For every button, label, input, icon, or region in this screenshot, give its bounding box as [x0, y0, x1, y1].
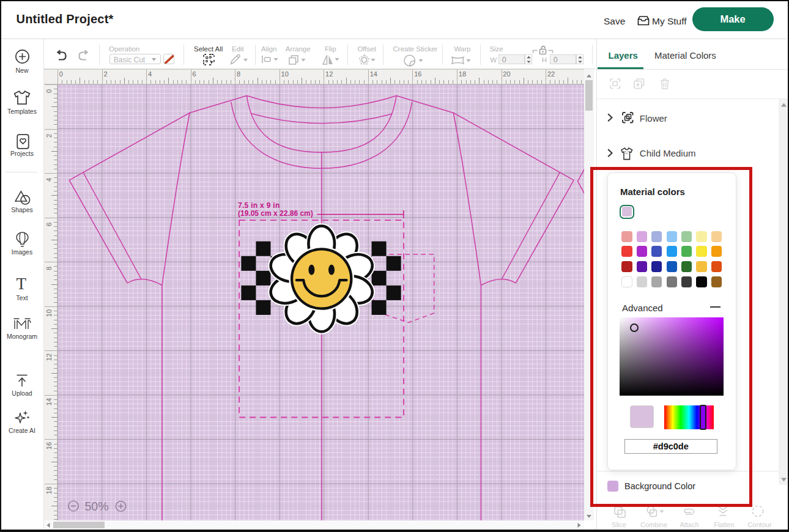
svg-text:(19.05 cm x 22.86 cm): (19.05 cm x 22.86 cm) — [238, 209, 313, 218]
svg-text:50%: 50% — [84, 499, 108, 512]
svg-text:7.5 in x 9 in: 7.5 in x 9 in — [238, 201, 280, 210]
